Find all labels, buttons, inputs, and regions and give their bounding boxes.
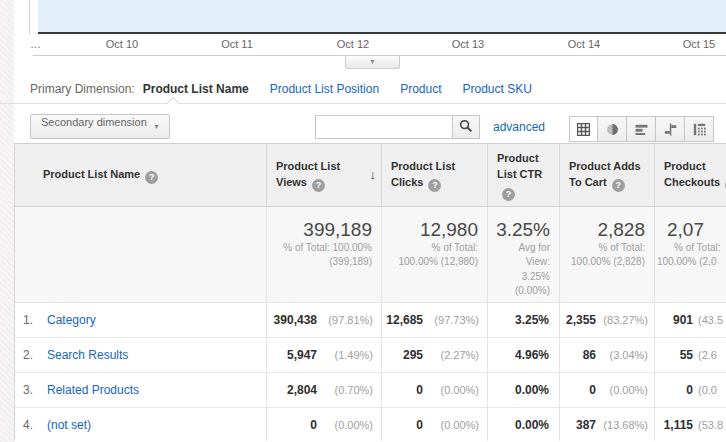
- column-header-product-adds-to-cart[interactable]: Product Adds To Cart?: [559, 144, 654, 206]
- ctr-value: 4.96%: [515, 348, 559, 362]
- table-row: 1. Category 390,438(97.81%) 12,685(97.73…: [15, 303, 726, 338]
- pivot-view-button[interactable]: [685, 116, 714, 142]
- primary-dimension-link-product-list-position[interactable]: Product List Position: [270, 82, 379, 96]
- table-toolbar: ▼ Secondary dimension advanced: [0, 103, 726, 144]
- x-tick: Oct 11: [197, 38, 277, 50]
- table-search-input[interactable]: [315, 115, 466, 139]
- views-value: 390,438: [267, 313, 317, 327]
- search-button[interactable]: [452, 115, 480, 139]
- ctr-value: 0.00%: [515, 383, 559, 397]
- views-value: 0: [267, 418, 317, 432]
- comparison-icon: [664, 123, 677, 136]
- total-value: 399,189: [267, 219, 381, 241]
- chart-left-edge: [29, 0, 30, 34]
- pie-chart-icon: [606, 123, 619, 136]
- row-name-cell: 1. Category: [15, 303, 266, 337]
- row-number: 1.: [15, 313, 47, 327]
- primary-dimension-bar: Primary Dimension:Product List NameProdu…: [30, 82, 532, 96]
- pivot-icon: [693, 123, 706, 136]
- column-header-product-checkouts[interactable]: Product Checkouts?: [654, 144, 726, 206]
- x-tick: Oct 14: [544, 38, 624, 50]
- chevron-down-icon: ▼: [369, 58, 376, 65]
- percentage-view-button[interactable]: [598, 116, 627, 142]
- advanced-search-link[interactable]: advanced: [493, 120, 545, 134]
- comparison-view-button[interactable]: [656, 116, 685, 142]
- active-tab-caret: [166, 97, 180, 104]
- report-table-viewport: Product List Name? Product List Views? ↓…: [14, 143, 726, 441]
- table-row: 2. Search Results 5,947(1.49%) 295(2.27%…: [15, 338, 726, 373]
- primary-dimension-selected[interactable]: Product List Name: [143, 82, 249, 96]
- totals-row: 399,189 % of Total: 100.00%(399,189) 12,…: [15, 207, 726, 303]
- column-header-label: Product List CTR: [497, 152, 542, 181]
- x-tick: Oct 10: [82, 38, 162, 50]
- data-table-view-button[interactable]: [569, 116, 598, 142]
- row-name-cell: 4. (not set): [15, 408, 266, 441]
- checkouts-percent: (2.6: [698, 349, 717, 361]
- sort-descending-icon[interactable]: ↓: [370, 165, 377, 185]
- totals-adds-cell: 2,828 % of Total:100.00% (2,828): [559, 207, 654, 302]
- primary-dimension-link-product[interactable]: Product: [400, 82, 441, 96]
- performance-view-button[interactable]: [627, 116, 656, 142]
- total-value: 12,980: [382, 219, 487, 241]
- chart-area-fill: [38, 0, 726, 32]
- clicks-value: 12,685: [382, 313, 423, 327]
- adds-percent: (13.68%): [596, 419, 654, 431]
- column-header-label: Product Checkouts: [664, 160, 720, 189]
- total-value: 3.25%: [488, 219, 559, 241]
- views-value: 5,947: [267, 348, 317, 362]
- secondary-dimension-label: Secondary dimension: [41, 116, 147, 128]
- search-icon: [459, 119, 473, 135]
- row-link[interactable]: (not set): [47, 418, 91, 432]
- clicks-value: 0: [382, 383, 423, 397]
- column-header-product-list-ctr[interactable]: Product List CTR?: [487, 144, 559, 206]
- total-subtext: % of Total: 100.00%(399,189): [267, 241, 381, 270]
- totals-checkouts-cell: 2,07 % of Total:100.00% (2,0: [654, 207, 726, 302]
- row-number: 4.: [15, 418, 47, 432]
- table-row: 4. (not set) 0(0.00%) 0(0.00%) 0.00% 387…: [15, 408, 726, 441]
- checkouts-value: 901: [655, 313, 693, 327]
- help-icon[interactable]: ?: [502, 188, 515, 201]
- secondary-dimension-button[interactable]: ▼ Secondary dimension: [30, 114, 170, 139]
- column-header-label: Product List Name: [43, 168, 140, 180]
- primary-dimension-link-product-sku[interactable]: Product SKU: [462, 82, 531, 96]
- checkouts-value: 0: [655, 383, 693, 397]
- chart-collapse-button[interactable]: ▼: [345, 56, 400, 69]
- total-value: 2,07: [655, 219, 726, 241]
- row-link[interactable]: Category: [47, 313, 96, 327]
- help-icon[interactable]: ?: [612, 179, 625, 192]
- views-value: 2,804: [267, 383, 317, 397]
- total-subtext: % of Total:100.00% (2,0: [655, 241, 726, 270]
- adds-value: 387: [560, 418, 596, 432]
- help-icon[interactable]: ?: [428, 179, 441, 192]
- column-header-product-list-name[interactable]: Product List Name?: [15, 144, 266, 206]
- chart-x-axis-line: [38, 32, 726, 34]
- column-header-product-list-clicks[interactable]: Product List Clicks?: [381, 144, 487, 206]
- totals-empty-cell: [15, 207, 266, 302]
- row-link[interactable]: Search Results: [47, 348, 128, 362]
- totals-clicks-cell: 12,980 % of Total:100.00% (12,980): [381, 207, 487, 302]
- table-row: 3. Related Products 2,804(0.70%) 0(0.00%…: [15, 373, 726, 408]
- column-header-label: Product Adds To Cart: [569, 160, 641, 189]
- views-percent: (1.49%): [317, 349, 381, 361]
- views-percent: (0.70%): [317, 384, 381, 396]
- row-link[interactable]: Related Products: [47, 383, 139, 397]
- x-tick: Oct 15: [659, 38, 726, 50]
- column-header-product-list-views[interactable]: Product List Views? ↓: [266, 144, 381, 206]
- timeline-chart: … Oct 10 Oct 11 Oct 12 Oct 13 Oct 14 Oct…: [0, 0, 726, 72]
- total-value: 2,828: [560, 219, 654, 241]
- bar-chart-icon: [635, 123, 648, 136]
- x-tick-ellipsis: …: [30, 38, 50, 50]
- table-grid-icon: [577, 123, 590, 136]
- clicks-value: 0: [382, 418, 423, 432]
- help-icon[interactable]: ?: [145, 171, 158, 184]
- clicks-percent: (97.73%): [423, 314, 487, 326]
- report-table: Product List Name? Product List Views? ↓…: [14, 143, 726, 441]
- checkouts-percent: (53.8: [698, 419, 723, 431]
- adds-value: 0: [560, 383, 596, 397]
- clicks-value: 295: [382, 348, 423, 362]
- row-number: 2.: [15, 348, 47, 362]
- header-row: Product List Name? Product List Views? ↓…: [15, 144, 726, 207]
- primary-dimension-label: Primary Dimension:: [30, 82, 135, 96]
- help-icon[interactable]: ?: [312, 179, 325, 192]
- checkouts-value: 1,115: [655, 418, 693, 432]
